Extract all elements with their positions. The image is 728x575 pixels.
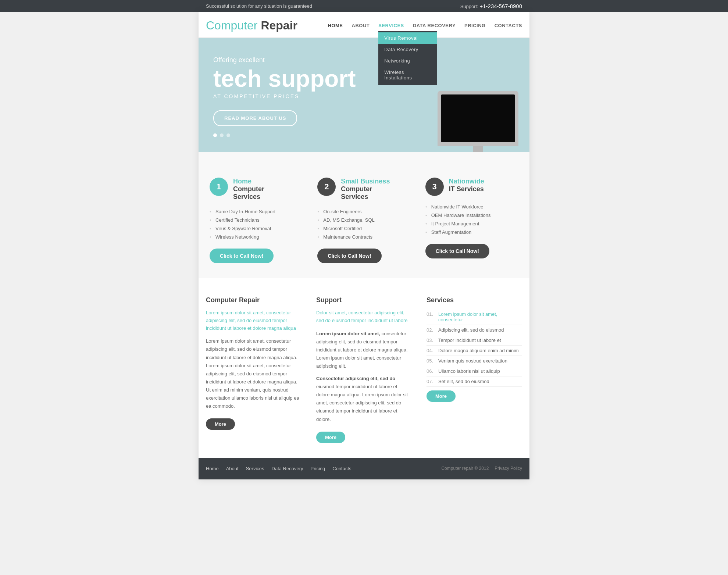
- call-button-1[interactable]: Click to Call Now!: [210, 249, 274, 263]
- footer-link-data-recovery[interactable]: Data Recovery: [272, 466, 303, 471]
- more-button-2[interactable]: More: [316, 432, 345, 443]
- dropdown-wireless[interactable]: Wireless Installations: [378, 67, 437, 83]
- col3-title: Services: [427, 296, 522, 304]
- content-grid: Computer Repair Lorem ipsum dolor sit am…: [199, 296, 529, 443]
- main-nav: HOME ABOUT SERVICES Virus Removal Data R…: [328, 23, 522, 28]
- nav-services-item: SERVICES Virus Removal Data Recovery Net…: [378, 23, 404, 28]
- col-support: Support Dolor sit amet, consectetur adip…: [316, 296, 412, 443]
- list-item: Wireless Networking: [210, 233, 303, 241]
- service-num-3: 3: [425, 178, 444, 196]
- service-list-item-5[interactable]: 05. Veniam quis nostrud exercitation: [427, 356, 522, 366]
- col2-bold2: Consectetur adipiscing elit, sed do: [316, 376, 395, 381]
- footer-link-home[interactable]: Home: [206, 466, 219, 471]
- service-title-1-line1: Home: [233, 178, 264, 185]
- col2-title: Support: [316, 296, 412, 304]
- service-item-num: 04.: [427, 348, 435, 353]
- support-label: Support:: [460, 4, 478, 9]
- hero-cta-button[interactable]: READ MORE ABOUT US: [213, 110, 297, 126]
- service-item-text: Dolore magna aliquam enim ad minim: [438, 348, 519, 353]
- footer-link-pricing[interactable]: Pricing: [311, 466, 325, 471]
- more-button-3[interactable]: More: [427, 390, 456, 402]
- service-num-2: 2: [317, 178, 336, 196]
- service-item-num: 01.: [427, 311, 435, 322]
- col2-text2: eiusmod tempor incididunt ut labore et d…: [316, 384, 408, 422]
- service-item-text: Tempor incididunt ut labore et: [438, 338, 501, 343]
- nav-contacts[interactable]: CONTACTS: [495, 23, 522, 28]
- col2-body1: Lorem ipsum dolor sit amet, consectetur …: [316, 330, 412, 370]
- footer-link-contacts[interactable]: Contacts: [332, 466, 351, 471]
- service-list-item-6[interactable]: 06. Ullamco laboris nisi ut aliquip: [427, 366, 522, 376]
- services-section: 1 Home ComputerServices Same Day In-Home…: [199, 152, 529, 278]
- services-grid: 1 Home ComputerServices Same Day In-Home…: [199, 178, 529, 263]
- service-list-item-2[interactable]: 02. Adipiscing elit, sed do eiusmod: [427, 325, 522, 335]
- list-item: AD, MS Exchange, SQL: [317, 216, 410, 224]
- services-dropdown: Virus Removal Data Recovery Networking W…: [378, 31, 437, 85]
- service-title-2-line1: Small Business: [341, 178, 390, 185]
- footer-copyright: Computer repair © 2012 Privacy Policy: [441, 466, 522, 471]
- service-title-1-line2: ComputerServices: [233, 185, 264, 201]
- service-item-text: Veniam quis nostrud exercitation: [438, 358, 507, 364]
- list-item: OEM Hardware Installations: [425, 211, 518, 219]
- service-item-text: Adipiscing elit, sed do eiusmod: [438, 327, 504, 333]
- tagline: Successful solution for any situation is…: [206, 3, 312, 9]
- service-list-item-3[interactable]: 03. Tempor incididunt ut labore et: [427, 335, 522, 346]
- hero-sub: Offering excellent: [213, 56, 515, 64]
- hero-title: tech support: [213, 67, 515, 90]
- list-item: Maintenance Contracts: [317, 233, 410, 241]
- content-section: Computer Repair Lorem ipsum dolor sit am…: [199, 278, 529, 458]
- service-list-item-4[interactable]: 04. Dolore magna aliquam enim ad minim: [427, 346, 522, 356]
- nav-pricing[interactable]: PRICING: [464, 23, 486, 28]
- dot-2[interactable]: [220, 133, 224, 137]
- service-list-1: Same Day In-Home Support Certified Techn…: [210, 207, 303, 241]
- service-card-3: 3 Nationwide IT Services Nationwide IT W…: [422, 178, 522, 263]
- nav-about[interactable]: ABOUT: [352, 23, 370, 28]
- list-item: Microsoft Certified: [317, 224, 410, 233]
- service-list-2: On-site Engineers AD, MS Exchange, SQL M…: [317, 207, 410, 241]
- list-item: On-site Engineers: [317, 207, 410, 216]
- dropdown-virus-removal[interactable]: Virus Removal: [378, 32, 437, 44]
- logo-dark: Repair: [261, 19, 297, 32]
- service-list-item-7[interactable]: 07. Set elit, sed do eiusmod: [427, 376, 522, 387]
- col-services: Services 01. Lorem ipsum dolor sit amet,…: [427, 296, 522, 443]
- nav-data-recovery[interactable]: DATA RECOVERY: [413, 23, 456, 28]
- col2-teal-text: Dolor sit amet, consectetur adipiscing e…: [316, 309, 412, 325]
- copyright-text: Computer repair © 2012: [441, 466, 489, 471]
- service-card-2: 2 Small Business ComputerServices On-sit…: [314, 178, 414, 263]
- col2-text1: consectetur adipiscing elit, sed do eius…: [316, 331, 408, 369]
- service-list-item-1[interactable]: 01. Lorem ipsum dolor sit amet, consecte…: [427, 309, 522, 325]
- service-title-3-line1: Nationwide: [449, 178, 484, 185]
- logo: Computer Repair: [206, 19, 297, 32]
- service-item-num: 07.: [427, 379, 435, 384]
- privacy-policy-link[interactable]: Privacy Policy: [495, 466, 522, 471]
- col2-bold1: Lorem ipsum dolor sit amet,: [316, 331, 380, 336]
- list-item: Same Day In-Home Support: [210, 207, 303, 216]
- dropdown-networking[interactable]: Networking: [378, 55, 437, 67]
- service-item-num: 02.: [427, 327, 435, 333]
- dot-1[interactable]: [213, 133, 217, 137]
- hero-banner: Offering excellent tech support AT COMPE…: [199, 38, 529, 152]
- call-button-2[interactable]: Click to Call Now!: [317, 249, 381, 263]
- col1-teal-text: Lorem ipsum dolor sit amet, consectetur …: [206, 309, 301, 332]
- logo-teal: Computer: [206, 19, 258, 32]
- service-item-text: Ullamco laboris nisi ut aliquip: [438, 368, 500, 374]
- support-info: Support: +1-234-567-8900: [460, 3, 522, 9]
- computer-illustration: [430, 91, 526, 152]
- list-item: It Project Management: [425, 219, 518, 228]
- list-item: Virus & Spyware Removal: [210, 224, 303, 233]
- service-item-num: 05.: [427, 358, 435, 364]
- col1-title: Computer Repair: [206, 296, 301, 304]
- nav-home[interactable]: HOME: [328, 23, 343, 28]
- dot-3[interactable]: [226, 133, 230, 137]
- call-button-3[interactable]: Click to Call Now!: [425, 244, 489, 258]
- support-phone[interactable]: +1-234-567-8900: [479, 3, 522, 9]
- footer-link-services[interactable]: Services: [246, 466, 264, 471]
- service-item-text: Lorem ipsum dolor sit amet, consectetur: [438, 311, 522, 322]
- more-button-1[interactable]: More: [206, 418, 235, 430]
- service-item-num: 06.: [427, 368, 435, 374]
- footer: Home About Services Data Recovery Pricin…: [199, 458, 529, 479]
- dropdown-data-recovery[interactable]: Data Recovery: [378, 44, 437, 55]
- nav-services[interactable]: SERVICES: [378, 23, 404, 28]
- footer-link-about[interactable]: About: [226, 466, 239, 471]
- col2-body2: Consectetur adipiscing elit, sed do eius…: [316, 375, 412, 424]
- service-num-1: 1: [210, 178, 228, 196]
